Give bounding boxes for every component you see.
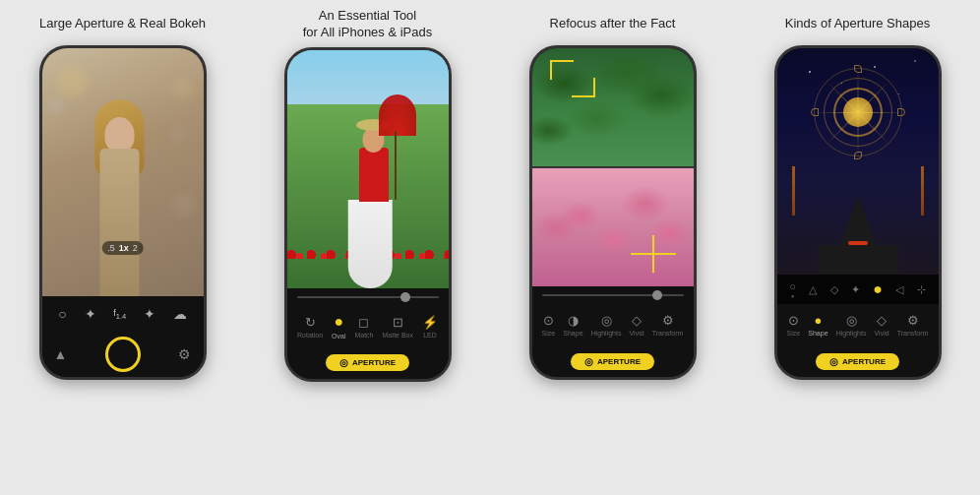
exposure-2x: 2	[133, 243, 138, 253]
p4-transform-icon: ⚙	[907, 313, 919, 328]
aperture-icon: ◎	[339, 357, 348, 368]
p3-aperture-button[interactable]: ◎ APERTURE	[571, 353, 654, 370]
p4-transform-label: Transform	[897, 330, 929, 337]
arrow-shape-icon: ◁	[895, 283, 903, 296]
car-lights	[848, 241, 868, 245]
mattebox-label: Matte Box	[382, 332, 413, 339]
custom-shape-item[interactable]: ⊹	[917, 283, 926, 296]
p3-controls-bar: ⊙ Size ◑ Shape ◎ Highlights ◇ Vivid ⚙	[532, 304, 694, 345]
p2-bottom-bar: ◎ APERTURE	[287, 347, 449, 379]
p4-controls-bar: ⊙ Size ● Shape ◎ Highlights ◇ Vivid ⚙	[777, 304, 939, 345]
p4-highlights-control[interactable]: ◎ Highlights	[836, 313, 867, 337]
p4-size-label: Size	[787, 330, 801, 337]
p4-shape-label: Shape	[808, 330, 827, 337]
p4-vivid-icon: ◇	[877, 313, 887, 328]
mattebox-icon: ⊡	[393, 315, 403, 330]
hdr-icon[interactable]: ✦	[144, 306, 155, 322]
timer-icon[interactable]: ○	[58, 306, 66, 322]
oval-control[interactable]: ● Oval	[332, 313, 345, 340]
p4-transform-control[interactable]: ⚙ Transform	[897, 313, 929, 337]
p4-vivid-control[interactable]: ◇ Vivid	[875, 313, 889, 337]
vivid-control[interactable]: ◇ Vivid	[630, 313, 644, 337]
light-burst	[809, 63, 907, 161]
match-icon: ◻	[358, 315, 369, 330]
star-shape-item[interactable]: ✦	[851, 283, 860, 296]
focus-bracket-tl2	[652, 253, 676, 273]
triangle-shape-item[interactable]: △	[809, 283, 817, 296]
rotation-label: Rotation	[297, 332, 323, 339]
p3-bottom-bar: ◎ APERTURE	[532, 345, 694, 377]
back-arrow-icon[interactable]: ▲	[54, 346, 68, 362]
p1-bottom-bar: ▲ ⚙	[42, 332, 204, 377]
p2-photo-area	[287, 50, 449, 288]
arrow-shape-item[interactable]: ◁	[895, 283, 903, 296]
phone-screen-2: ↻ Rotation ● Oval ◻ Match ⊡ Matte Box ⚡	[287, 50, 449, 379]
settings-icon[interactable]: ⚙	[178, 346, 191, 362]
size-control[interactable]: ⊙ Size	[542, 313, 556, 337]
mattebox-control[interactable]: ⊡ Matte Box	[382, 315, 413, 339]
p4-shape-control[interactable]: ● Shape	[808, 313, 827, 337]
p2-controls-bar: ↻ Rotation ● Oval ◻ Match ⊡ Matte Box ⚡	[287, 306, 449, 347]
shape-icon: ◑	[568, 313, 579, 328]
transform-control[interactable]: ⚙ Transform	[652, 313, 684, 337]
p4-highlights-label: Highlights	[836, 330, 867, 337]
p4-aperture-label: APERTURE	[842, 357, 886, 366]
rotation-control[interactable]: ↻ Rotation	[297, 315, 323, 339]
transform-label: Transform	[652, 330, 684, 337]
p4-size-control[interactable]: ⊙ Size	[787, 313, 801, 337]
panel4-title: Kinds of Aperture Shapes	[785, 8, 930, 39]
panel-essential: An Essential Toolfor All iPhones & iPads	[245, 0, 490, 495]
p2-slider	[287, 288, 449, 306]
phone-frame-4: ○ ● △ ◇ ✦ ● ◁ ⊹	[774, 45, 942, 380]
circle-shape-item[interactable]: ○ ●	[789, 280, 796, 299]
aperture-button[interactable]: ◎ APERTURE	[326, 354, 409, 371]
p3-slider	[532, 286, 694, 304]
circle-shape-icon: ○	[789, 280, 796, 292]
vivid-label: Vivid	[630, 330, 644, 337]
highlights-icon: ◎	[601, 313, 612, 328]
slider-track[interactable]	[297, 296, 439, 298]
slider-thumb[interactable]	[400, 292, 410, 302]
focus-bracket-br	[572, 78, 595, 97]
phone-screen-3: ⊙ Size ◑ Shape ◎ Highlights ◇ Vivid ⚙	[532, 48, 694, 377]
shape-control[interactable]: ◑ Shape	[563, 313, 582, 337]
focus-bracket-br2	[631, 235, 654, 255]
custom-shape-icon: ⊹	[917, 283, 926, 296]
shutter-button[interactable]	[105, 337, 141, 372]
live-icon[interactable]: ☁	[173, 306, 187, 322]
p4-shape-icon: ●	[815, 313, 823, 328]
p4-highlights-icon: ◎	[846, 313, 857, 328]
oval-label: Oval	[332, 333, 345, 340]
led-label: LED	[423, 332, 437, 339]
oval-shape-item[interactable]: ●	[873, 280, 883, 298]
aperture-label: APERTURE	[352, 358, 396, 367]
highlights-label: Highlights	[591, 330, 622, 337]
panel3-title: Refocus after the Fact	[550, 8, 676, 39]
exposure-half: .5	[107, 243, 115, 253]
vivid-icon: ◇	[632, 313, 642, 328]
panel-refocus: Refocus after the Fact	[490, 0, 735, 495]
exposure-1x: 1x	[119, 243, 129, 253]
highlights-control[interactable]: ◎ Highlights	[591, 313, 622, 337]
diamond-shape-item[interactable]: ◇	[830, 283, 838, 296]
flash-icon[interactable]: ✦	[85, 306, 96, 322]
panel-shapes: Kinds of Aperture Shapes	[735, 0, 980, 495]
p4-bottom-bar: ◎ APERTURE	[777, 345, 939, 377]
rotation-icon: ↻	[305, 315, 316, 330]
phone-frame-2: ↻ Rotation ● Oval ◻ Match ⊡ Matte Box ⚡	[284, 47, 452, 382]
street-light-left	[792, 166, 795, 216]
phone-screen-4: ○ ● △ ◇ ✦ ● ◁ ⊹	[777, 48, 939, 377]
aperture-value[interactable]: f1.4	[113, 308, 126, 321]
p4-aperture-button[interactable]: ◎ APERTURE	[816, 353, 899, 370]
phone-screen-1: .5 1x 2 ○ ✦ f1.4 ✦ ☁ ▲ ⚙	[42, 48, 204, 377]
transform-icon: ⚙	[662, 313, 674, 328]
panel2-title: An Essential Toolfor All iPhones & iPads	[303, 8, 433, 41]
led-control[interactable]: ⚡ LED	[422, 315, 438, 339]
p3-photo-top	[532, 48, 694, 166]
panel-bokeh: Large Aperture & Real Bokeh	[0, 0, 245, 495]
p3-slider-track[interactable]	[542, 294, 684, 296]
p1-photo-area: .5 1x 2	[42, 48, 204, 296]
match-control[interactable]: ◻ Match	[354, 315, 373, 339]
led-icon: ⚡	[422, 315, 438, 330]
p3-slider-thumb[interactable]	[652, 290, 662, 300]
